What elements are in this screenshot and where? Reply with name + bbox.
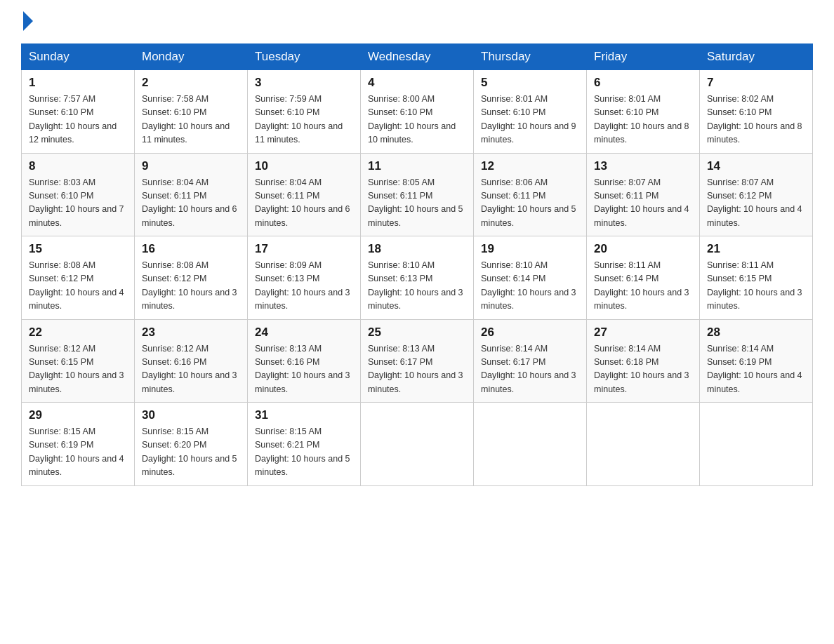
day-number: 17: [255, 242, 353, 256]
day-number: 5: [481, 76, 579, 90]
calendar-cell: 31Sunrise: 8:15 AMSunset: 6:21 PMDayligh…: [248, 403, 361, 486]
day-number: 10: [255, 159, 353, 173]
day-info: Sunrise: 8:13 AMSunset: 6:17 PMDaylight:…: [368, 342, 466, 397]
day-number: 11: [368, 159, 466, 173]
day-info: Sunrise: 8:10 AMSunset: 6:14 PMDaylight:…: [481, 259, 579, 314]
calendar-cell: 16Sunrise: 8:08 AMSunset: 6:12 PMDayligh…: [135, 236, 248, 320]
day-info: Sunrise: 8:12 AMSunset: 6:15 PMDaylight:…: [29, 342, 127, 397]
calendar-cell: 14Sunrise: 8:07 AMSunset: 6:12 PMDayligh…: [700, 153, 813, 236]
day-number: 29: [29, 408, 127, 422]
day-info: Sunrise: 8:13 AMSunset: 6:16 PMDaylight:…: [255, 342, 353, 397]
header-sunday: Sunday: [22, 44, 135, 70]
day-number: 24: [255, 326, 353, 340]
logo: [21, 14, 33, 31]
calendar-cell: 2Sunrise: 7:58 AMSunset: 6:10 PMDaylight…: [135, 70, 248, 154]
day-number: 26: [481, 326, 579, 340]
header-tuesday: Tuesday: [248, 44, 361, 70]
day-info: Sunrise: 8:07 AMSunset: 6:12 PMDaylight:…: [707, 176, 805, 231]
day-info: Sunrise: 8:14 AMSunset: 6:18 PMDaylight:…: [594, 342, 692, 397]
day-number: 28: [707, 326, 805, 340]
week-row-5: 29Sunrise: 8:15 AMSunset: 6:19 PMDayligh…: [22, 403, 813, 486]
header-thursday: Thursday: [474, 44, 587, 70]
day-number: 9: [142, 159, 240, 173]
day-info: Sunrise: 8:04 AMSunset: 6:11 PMDaylight:…: [142, 176, 240, 231]
calendar-cell: 24Sunrise: 8:13 AMSunset: 6:16 PMDayligh…: [248, 319, 361, 403]
day-info: Sunrise: 8:08 AMSunset: 6:12 PMDaylight:…: [29, 259, 127, 314]
day-info: Sunrise: 8:01 AMSunset: 6:10 PMDaylight:…: [594, 93, 692, 147]
day-info: Sunrise: 8:00 AMSunset: 6:10 PMDaylight:…: [368, 93, 466, 147]
day-number: 18: [368, 242, 466, 256]
day-number: 30: [142, 408, 240, 422]
day-number: 20: [594, 242, 692, 256]
day-number: 16: [142, 242, 240, 256]
header-saturday: Saturday: [700, 44, 813, 70]
day-info: Sunrise: 8:15 AMSunset: 6:21 PMDaylight:…: [255, 425, 353, 480]
calendar-cell: 1Sunrise: 7:57 AMSunset: 6:10 PMDaylight…: [22, 70, 135, 154]
day-info: Sunrise: 8:15 AMSunset: 6:20 PMDaylight:…: [142, 425, 240, 480]
calendar-cell: [700, 403, 813, 486]
calendar-cell: 26Sunrise: 8:14 AMSunset: 6:17 PMDayligh…: [474, 319, 587, 403]
week-row-1: 1Sunrise: 7:57 AMSunset: 6:10 PMDaylight…: [22, 70, 813, 154]
calendar-cell: 27Sunrise: 8:14 AMSunset: 6:18 PMDayligh…: [587, 319, 700, 403]
calendar-header-row: SundayMondayTuesdayWednesdayThursdayFrid…: [22, 44, 813, 70]
day-number: 21: [707, 242, 805, 256]
calendar-cell: 13Sunrise: 8:07 AMSunset: 6:11 PMDayligh…: [587, 153, 700, 236]
day-number: 25: [368, 326, 466, 340]
calendar-cell: 4Sunrise: 8:00 AMSunset: 6:10 PMDaylight…: [361, 70, 474, 154]
day-number: 14: [707, 159, 805, 173]
calendar-cell: 9Sunrise: 8:04 AMSunset: 6:11 PMDaylight…: [135, 153, 248, 236]
header-friday: Friday: [587, 44, 700, 70]
day-info: Sunrise: 8:14 AMSunset: 6:19 PMDaylight:…: [707, 342, 805, 397]
calendar-cell: 3Sunrise: 7:59 AMSunset: 6:10 PMDaylight…: [248, 70, 361, 154]
calendar-cell: [474, 403, 587, 486]
calendar-cell: 20Sunrise: 8:11 AMSunset: 6:14 PMDayligh…: [587, 236, 700, 320]
day-info: Sunrise: 8:14 AMSunset: 6:17 PMDaylight:…: [481, 342, 579, 397]
calendar-cell: 19Sunrise: 8:10 AMSunset: 6:14 PMDayligh…: [474, 236, 587, 320]
calendar-cell: [587, 403, 700, 486]
calendar-cell: 28Sunrise: 8:14 AMSunset: 6:19 PMDayligh…: [700, 319, 813, 403]
day-info: Sunrise: 7:59 AMSunset: 6:10 PMDaylight:…: [255, 93, 353, 147]
calendar-cell: 15Sunrise: 8:08 AMSunset: 6:12 PMDayligh…: [22, 236, 135, 320]
calendar-cell: 22Sunrise: 8:12 AMSunset: 6:15 PMDayligh…: [22, 319, 135, 403]
day-number: 27: [594, 326, 692, 340]
logo-triangle-icon: [23, 11, 33, 31]
calendar-cell: 10Sunrise: 8:04 AMSunset: 6:11 PMDayligh…: [248, 153, 361, 236]
day-info: Sunrise: 8:02 AMSunset: 6:10 PMDaylight:…: [707, 93, 805, 147]
day-info: Sunrise: 8:04 AMSunset: 6:11 PMDaylight:…: [255, 176, 353, 231]
day-info: Sunrise: 8:05 AMSunset: 6:11 PMDaylight:…: [368, 176, 466, 231]
day-info: Sunrise: 8:09 AMSunset: 6:13 PMDaylight:…: [255, 259, 353, 314]
page-header: [21, 14, 813, 31]
calendar-cell: 25Sunrise: 8:13 AMSunset: 6:17 PMDayligh…: [361, 319, 474, 403]
day-info: Sunrise: 8:11 AMSunset: 6:14 PMDaylight:…: [594, 259, 692, 314]
day-number: 4: [368, 76, 466, 90]
day-number: 31: [255, 408, 353, 422]
day-number: 15: [29, 242, 127, 256]
day-number: 1: [29, 76, 127, 90]
day-number: 3: [255, 76, 353, 90]
calendar-cell: 8Sunrise: 8:03 AMSunset: 6:10 PMDaylight…: [22, 153, 135, 236]
calendar-cell: 5Sunrise: 8:01 AMSunset: 6:10 PMDaylight…: [474, 70, 587, 154]
calendar-table: SundayMondayTuesdayWednesdayThursdayFrid…: [21, 43, 813, 486]
calendar-cell: 29Sunrise: 8:15 AMSunset: 6:19 PMDayligh…: [22, 403, 135, 486]
calendar-cell: 7Sunrise: 8:02 AMSunset: 6:10 PMDaylight…: [700, 70, 813, 154]
day-info: Sunrise: 8:12 AMSunset: 6:16 PMDaylight:…: [142, 342, 240, 397]
calendar-cell: 12Sunrise: 8:06 AMSunset: 6:11 PMDayligh…: [474, 153, 587, 236]
day-number: 8: [29, 159, 127, 173]
day-number: 2: [142, 76, 240, 90]
day-number: 23: [142, 326, 240, 340]
calendar-cell: 6Sunrise: 8:01 AMSunset: 6:10 PMDaylight…: [587, 70, 700, 154]
calendar-cell: 23Sunrise: 8:12 AMSunset: 6:16 PMDayligh…: [135, 319, 248, 403]
day-number: 13: [594, 159, 692, 173]
day-info: Sunrise: 7:57 AMSunset: 6:10 PMDaylight:…: [29, 93, 127, 147]
week-row-3: 15Sunrise: 8:08 AMSunset: 6:12 PMDayligh…: [22, 236, 813, 320]
day-info: Sunrise: 8:07 AMSunset: 6:11 PMDaylight:…: [594, 176, 692, 231]
day-number: 6: [594, 76, 692, 90]
day-info: Sunrise: 8:08 AMSunset: 6:12 PMDaylight:…: [142, 259, 240, 314]
calendar-cell: 17Sunrise: 8:09 AMSunset: 6:13 PMDayligh…: [248, 236, 361, 320]
week-row-2: 8Sunrise: 8:03 AMSunset: 6:10 PMDaylight…: [22, 153, 813, 236]
day-number: 7: [707, 76, 805, 90]
header-wednesday: Wednesday: [361, 44, 474, 70]
week-row-4: 22Sunrise: 8:12 AMSunset: 6:15 PMDayligh…: [22, 319, 813, 403]
calendar-cell: 18Sunrise: 8:10 AMSunset: 6:13 PMDayligh…: [361, 236, 474, 320]
calendar-cell: [361, 403, 474, 486]
